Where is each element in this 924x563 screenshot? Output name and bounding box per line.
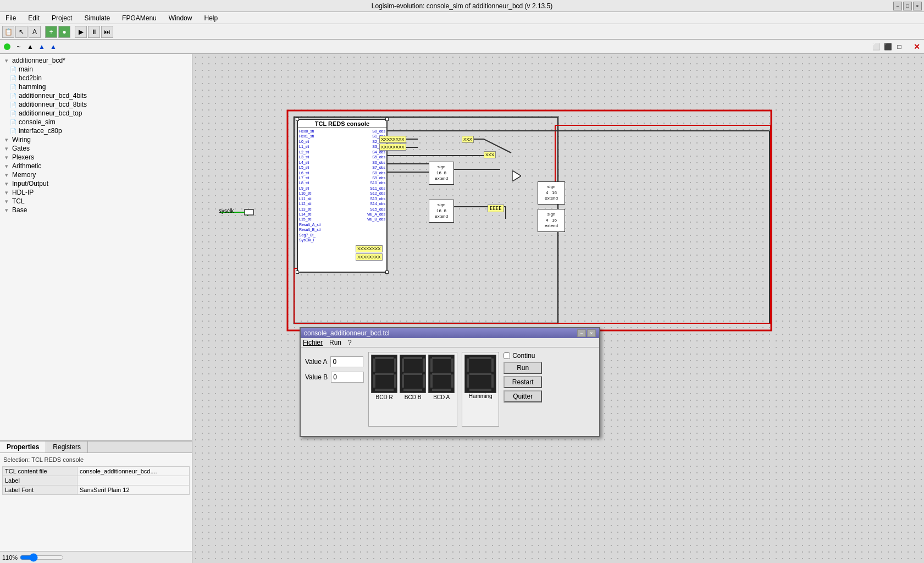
- yellow-bus-4: XXX: [484, 151, 496, 158]
- up-btn[interactable]: ▲: [25, 42, 35, 52]
- sel-handle-tl: [296, 118, 299, 121]
- zoom-in-btn[interactable]: +: [45, 26, 57, 38]
- tree-root[interactable]: ▾ additionneur_bcd*: [0, 56, 192, 65]
- tree-item-interface[interactable]: 📄 interface_c80p: [0, 126, 192, 135]
- tree-folder-arithmetic[interactable]: ▾ Arithmetic: [0, 162, 192, 170]
- tree-folder-wiring[interactable]: ▾ Wiring: [0, 135, 192, 144]
- tree-folder-hdlip[interactable]: ▾ HDL-IP: [0, 188, 192, 197]
- tree-label-hdlip: HDL-IP: [12, 189, 34, 196]
- bcd-b-label: BCD B: [405, 394, 422, 400]
- prop-row-tcl: TCL content file console_additionneur_bc…: [3, 467, 190, 476]
- yellow-bus-1: XXXXXXXX: [379, 136, 406, 143]
- tree-label-hamming: hamming: [19, 83, 46, 91]
- props-content: Selection: TCL REDS console TCL content …: [0, 453, 192, 551]
- menu-fichier[interactable]: Fichier: [303, 339, 323, 346]
- run-button[interactable]: Run: [504, 362, 542, 374]
- properties-panel: Properties Registers Selection: TCL REDS…: [0, 441, 192, 551]
- tree-label-gates: Gates: [12, 145, 30, 152]
- sysclk-label: sysclk: [219, 208, 234, 214]
- bcd-a-display: [428, 355, 455, 393]
- tcl-dialog-titlebar[interactable]: console_additionneur_bcd.tcl − ×: [301, 328, 599, 338]
- value-a-row: Value A: [305, 356, 364, 367]
- small-btn3[interactable]: □: [894, 42, 904, 52]
- text-tool[interactable]: A: [29, 26, 41, 38]
- tree-item-bcd2bin[interactable]: 📄 bcd2bin: [0, 74, 192, 82]
- blue-up2-btn[interactable]: ▲: [48, 42, 58, 52]
- quitter-button[interactable]: Quitter: [504, 390, 542, 402]
- main-layout: ▾ additionneur_bcd* 📄 main 📄 bcd2bin 📄 h…: [0, 54, 924, 563]
- restart-button[interactable]: Restart: [504, 376, 542, 388]
- menu-project[interactable]: Project: [48, 13, 75, 23]
- tcl-console-title: TCL REDS console: [298, 120, 386, 128]
- menu-edit[interactable]: Edit: [25, 13, 43, 23]
- menu-run[interactable]: Run: [329, 339, 341, 346]
- toolbar2: ~ ▲ ▲ ▲ ⬜ ⬛ □ ✕: [0, 40, 924, 54]
- step-btn[interactable]: ▶: [75, 26, 87, 38]
- tree-item-add4[interactable]: 📄 additionneur_bcd_4bits: [0, 91, 192, 100]
- menu-file[interactable]: File: [2, 13, 19, 23]
- prop-val-font[interactable]: SansSerif Plain 12: [78, 485, 190, 495]
- prop-val-tcl[interactable]: console_additionneur_bcd....: [78, 467, 190, 476]
- tree-label-interface: interface_c80p: [19, 127, 62, 135]
- tree-item-main[interactable]: 📄 main: [0, 65, 192, 74]
- tree-folder-tcl[interactable]: ▾ TCL: [0, 197, 192, 206]
- fast-forward-btn[interactable]: ⏭: [101, 26, 113, 38]
- continu-checkbox[interactable]: [504, 352, 510, 359]
- circuit-canvas[interactable]: TCL REDS console Hex0_stiHex1_stiL0_stiL…: [192, 54, 924, 563]
- tree-folder-gates[interactable]: ▾ Gates: [0, 144, 192, 153]
- zoom-slider[interactable]: [20, 553, 64, 562]
- pointer-tool[interactable]: ↖: [15, 26, 27, 38]
- add-green-btn[interactable]: [2, 42, 12, 52]
- play-btn[interactable]: ●: [58, 26, 70, 38]
- new-button[interactable]: 📋: [2, 26, 14, 38]
- tree-label-arithmetic: Arithmetic: [12, 162, 41, 170]
- bcd-a-label: BCD A: [433, 394, 450, 400]
- tcl-dialog: console_additionneur_bcd.tcl − × Fichier…: [300, 327, 600, 437]
- tilde-btn[interactable]: ~: [14, 42, 24, 52]
- menu-fpga[interactable]: FPGAMenu: [119, 13, 160, 23]
- tcl-dialog-close[interactable]: ×: [587, 329, 596, 337]
- close-button[interactable]: ×: [913, 2, 922, 10]
- value-b-input[interactable]: [331, 372, 364, 383]
- pause-btn[interactable]: ⏸: [88, 26, 100, 38]
- tree-item-addtop[interactable]: 📄 additionneur_bcd_top: [0, 109, 192, 118]
- prop-row-font: Label Font SansSerif Plain 12: [3, 485, 190, 495]
- small-btn2[interactable]: ⬛: [883, 42, 893, 52]
- value-b-row: Value B: [305, 372, 364, 383]
- tab-registers[interactable]: Registers: [46, 441, 88, 452]
- tree-folder-plexers[interactable]: ▾ Plexers: [0, 153, 192, 162]
- tree-item-add8[interactable]: 📄 additionneur_bcd_8bits: [0, 100, 192, 109]
- tree-folder-memory[interactable]: ▾ Memory: [0, 170, 192, 179]
- bcd-r-display: [371, 355, 397, 393]
- canvas-area[interactable]: TCL REDS console Hex0_stiHex1_stiL0_stiL…: [192, 54, 924, 563]
- tree-label-add8: additionneur_bcd_8bits: [19, 101, 87, 108]
- yellow-bus-3: XXX: [462, 136, 474, 143]
- maximize-button[interactable]: □: [903, 2, 912, 10]
- window-controls: − □ ×: [893, 2, 922, 10]
- delete-btn[interactable]: ✕: [912, 42, 922, 52]
- menu-help-q[interactable]: ?: [348, 339, 352, 346]
- bcd-b-display: [400, 355, 426, 393]
- bcd-r-label: BCD R: [376, 394, 393, 400]
- menu-simulate[interactable]: Simulate: [81, 13, 113, 23]
- svg-marker-29: [512, 170, 521, 181]
- tree-label-addtop: additionneur_bcd_top: [19, 109, 82, 117]
- tree-item-hamming[interactable]: 📄 hamming: [0, 82, 192, 91]
- tab-properties[interactable]: Properties: [0, 441, 46, 452]
- tree-label-plexers: Plexers: [12, 153, 34, 161]
- small-btn1[interactable]: ⬜: [871, 42, 881, 52]
- zoom-bar: 110%: [0, 551, 192, 563]
- tree-folder-base[interactable]: ▾ Base: [0, 206, 192, 214]
- minimize-button[interactable]: −: [893, 2, 902, 10]
- blue-up-btn[interactable]: ▲: [37, 42, 47, 52]
- menu-help[interactable]: Help: [201, 13, 221, 23]
- tcl-input-section: Value A Value B: [305, 352, 364, 427]
- tree-view: ▾ additionneur_bcd* 📄 main 📄 bcd2bin 📄 h…: [0, 54, 192, 441]
- tree-item-console[interactable]: 📄 console_sim: [0, 118, 192, 126]
- prop-val-label[interactable]: [78, 476, 190, 485]
- tcl-dialog-minimize[interactable]: −: [577, 329, 586, 337]
- value-a-input[interactable]: [330, 356, 363, 367]
- tree-folder-io[interactable]: ▾ Input/Output: [0, 179, 192, 188]
- sel-handle-br: [385, 271, 389, 274]
- menu-window[interactable]: Window: [165, 13, 196, 23]
